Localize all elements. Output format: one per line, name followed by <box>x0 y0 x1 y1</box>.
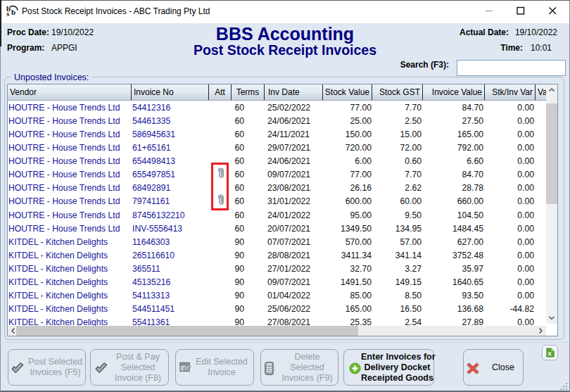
svg-text:b: b <box>11 8 15 16</box>
svg-text:s: s <box>6 10 9 16</box>
